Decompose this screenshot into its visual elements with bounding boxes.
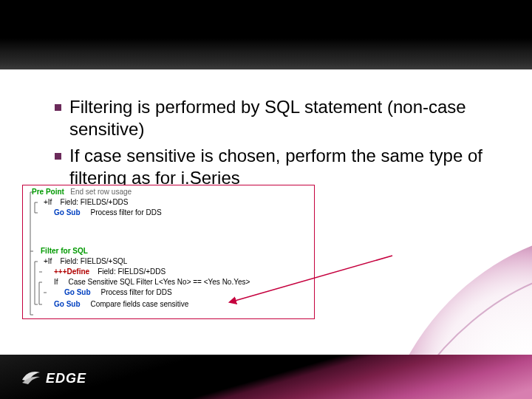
keyword-if: If bbox=[54, 278, 58, 286]
code-panel: Pre Point End set row usage +If Field: F… bbox=[22, 185, 315, 319]
keyword-define: +++Define bbox=[54, 267, 89, 276]
code-text: Field: FIELDS/+DDS bbox=[98, 267, 166, 276]
keyword-gosub: Go Sub bbox=[54, 208, 81, 216]
bullet-text: If case sensitive is chosen, perform the… bbox=[69, 146, 482, 188]
code-text: Process filter for DDS bbox=[100, 288, 171, 296]
keyword-gosub: Go Sub bbox=[64, 288, 91, 296]
keyword-if: +If bbox=[44, 198, 52, 206]
code-row: +If Field: FIELDS/+DDS bbox=[44, 197, 129, 208]
slide: Filtering is performed by SQL statement … bbox=[0, 0, 532, 399]
code-text: Field: FIELDS/+DDS bbox=[61, 198, 129, 206]
edge-logo-text: EDGE bbox=[46, 371, 86, 386]
keyword-filter: Filter for SQL bbox=[41, 246, 88, 256]
edge-logo-icon bbox=[21, 368, 41, 389]
code-text bbox=[60, 278, 68, 286]
keyword-prepoint: Pre Point bbox=[32, 188, 64, 196]
code-row: Go Sub Process filter for DDS bbox=[54, 208, 162, 218]
code-text bbox=[82, 300, 90, 308]
edge-logo: EDGE bbox=[21, 364, 124, 393]
code-row: Go Sub Process filter for DDS bbox=[64, 287, 172, 298]
code-text bbox=[54, 257, 60, 265]
code-row: Go Sub Compare fields case sensitive bbox=[54, 299, 188, 310]
code-text: End set row usage bbox=[70, 188, 132, 196]
code-row: +If Field: FIELDS/+SQL bbox=[44, 256, 127, 267]
code-text: Field: FIELDS/+SQL bbox=[61, 257, 128, 265]
code-text: Process filter for DDS bbox=[90, 208, 161, 216]
code-text: Compare fields case sensitive bbox=[90, 300, 188, 308]
code-text bbox=[92, 267, 98, 276]
code-row: If Case Sensitive SQL Filter L<Yes No> =… bbox=[54, 277, 250, 287]
code-text bbox=[82, 208, 90, 216]
code-text: Case Sensitive SQL Filter L<Yes No> == <… bbox=[68, 278, 250, 286]
bullet-text: Filtering is performed by SQL statement … bbox=[69, 97, 466, 139]
code-text bbox=[54, 198, 60, 206]
code-text bbox=[92, 288, 100, 296]
code-row: Pre Point End set row usage bbox=[32, 187, 132, 197]
keyword-gosub: Go Sub bbox=[54, 300, 81, 308]
bullet-item: Filtering is performed by SQL statement … bbox=[55, 96, 532, 140]
bullet-list: Filtering is performed by SQL statement … bbox=[25, 96, 532, 194]
code-row: +++Define Field: FIELDS/+DDS bbox=[54, 267, 166, 277]
keyword-if: +If bbox=[44, 257, 52, 265]
bullet-item: If case sensitive is chosen, perform the… bbox=[55, 145, 532, 189]
top-band bbox=[0, 0, 532, 69]
